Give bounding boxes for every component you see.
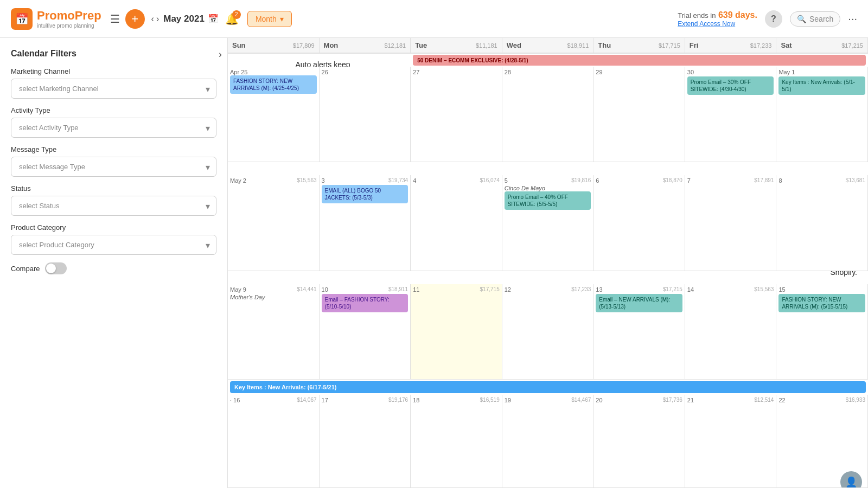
cell-may13: 13 $17,215 Email – NEW ARRIVALS (M): (5/… — [593, 284, 685, 379]
cell-may8: 8 $13,681 — [776, 175, 868, 270]
event-email-fashion[interactable]: Email – FASHION STORY: (5/10-5/10) — [322, 294, 409, 312]
week3-span-row — [228, 271, 868, 284]
week-3: May 9 $14,441 Mother's Day 10 $18,911 Em… — [228, 271, 868, 380]
week1-span-row: 50 DENIM – ECOMM EXCLUSIVE: (4/28-5/1) — [228, 54, 868, 67]
compare-toggle[interactable] — [45, 262, 67, 274]
message-type-select[interactable]: select Message Type — [11, 157, 216, 177]
holiday-cinco: Cinco De Mayo — [505, 185, 591, 191]
cell-apr28: 28 — [502, 67, 594, 162]
status-wrapper: select Status — [11, 196, 216, 216]
cell-may21: 21 $12,514 — [685, 395, 777, 487]
cell-may3: 3 $19,734 EMAIL (ALL) BOGO 50 JACKETS: (… — [320, 175, 411, 270]
activity-type-select[interactable]: select Activity Type — [11, 118, 216, 138]
avatar: 👤 — [840, 471, 862, 487]
cell-apr26: 26 — [320, 67, 411, 162]
cell-may2: May 2 $15,563 — [228, 175, 320, 270]
filter-marketing-channel: Marketing Channel select Marketing Chann… — [11, 67, 216, 99]
toggle-knob — [46, 264, 56, 273]
logo-text: PromoPrep intuitive promo planning — [37, 9, 101, 29]
marketing-channel-wrapper: select Marketing Channel — [11, 79, 216, 99]
cell-may16: · 16 $14,067 — [228, 395, 320, 487]
span-event-key-items[interactable]: Key Items : New Arrivals: (6/17-5/21) — [230, 381, 866, 393]
trial-days: 639 days. — [718, 10, 757, 20]
filter-product-category: Product Category select Product Category — [11, 223, 216, 255]
cell-may5: 5 $19,816 Cinco De Mayo Promo Email – 40… — [502, 175, 594, 270]
message-type-wrapper: select Message Type — [11, 157, 216, 177]
month-title: May 2021 — [163, 14, 205, 24]
filter-status: Status select Status — [11, 184, 216, 216]
cell-may22: 22 $16,933 👤 — [776, 395, 868, 487]
event-email-new-arrivals-13[interactable]: Email – NEW ARRIVALS (M): (5/13-5/13) — [596, 294, 682, 312]
event-promo-40[interactable]: Promo Email – 40% OFF SITEWIDE: (5/5-5/5… — [505, 191, 591, 210]
search-box[interactable]: 🔍 Search — [790, 11, 840, 27]
week1-cells: Apr 25 FASHION STORY: NEW ARRIVALS (M): … — [228, 67, 868, 162]
marketing-channel-select[interactable]: select Marketing Channel — [11, 79, 216, 99]
week4-cells: · 16 $14,067 17 $19,176 18 $16,519 — [228, 395, 868, 487]
cell-may6: 6 $18,870 — [593, 175, 685, 270]
calendar-area: Sun $17,809 Mon $12,181 Tue $11,181 Wed … — [228, 38, 868, 488]
bell-badge: 2 — [232, 10, 241, 19]
cell-may12: 12 $17,233 — [502, 284, 594, 379]
cell-may15: 15 FASHION STORY: NEW ARRIVALS (M): (5/1… — [776, 284, 868, 379]
prev-button[interactable]: ‹ — [151, 14, 154, 24]
more-button[interactable]: ··· — [848, 12, 857, 25]
add-button[interactable]: + — [125, 9, 145, 29]
event-email-bogo[interactable]: EMAIL (ALL) BOGO 50 JACKETS: (5/3-5/3) — [322, 185, 409, 203]
day-header-sun: Sun $17,809 — [228, 38, 320, 53]
span-event-denim[interactable]: 50 DENIM – ECOMM EXCLUSIVE: (4/28-5/1) — [413, 55, 866, 66]
cell-may7: 7 $17,891 — [685, 175, 777, 270]
calendar-icon-button[interactable]: 📅 — [208, 14, 219, 24]
event-promo-email-30[interactable]: Promo Email – 30% OFF SITEWIDE: (4/30-4/… — [687, 76, 774, 95]
filter-activity-type: Activity Type select Activity Type — [11, 106, 216, 138]
week-header-row: Sun $17,809 Mon $12,181 Tue $11,181 Wed … — [228, 38, 868, 54]
week2-span-row — [228, 162, 868, 175]
day-header-thu: Thu $17,715 — [593, 38, 685, 53]
week2-cells: May 2 $15,563 3 $19,734 EMAIL (ALL) BOGO… — [228, 175, 868, 270]
search-label: Search — [809, 15, 833, 23]
day-header-fri: Fri $17,233 — [685, 38, 777, 53]
week4-span-row: Key Items : New Arrivals: (6/17-5/21) — [228, 380, 868, 395]
sidebar-toggle[interactable]: › — [219, 49, 222, 60]
next-button[interactable]: › — [156, 14, 159, 24]
holiday-mothers-day: Mother's Day — [230, 294, 317, 300]
status-label: Status — [11, 184, 216, 192]
trial-info: Trial ends in 639 days. Extend Access No… — [678, 10, 757, 28]
nav-arrows: ‹ › — [151, 14, 159, 24]
activity-type-wrapper: select Activity Type — [11, 118, 216, 138]
cell-may17: 17 $19,176 — [320, 395, 411, 487]
month-view-button[interactable]: Month ▾ — [247, 11, 292, 27]
event-fashion-story-15[interactable]: FASHION STORY: NEW ARRIVALS (M): (5/15-5… — [778, 294, 865, 312]
extend-link[interactable]: Extend Access Now — [678, 20, 757, 28]
week-4: Key Items : New Arrivals: (6/17-5/21) · … — [228, 380, 868, 488]
week-1: 50 DENIM – ECOMM EXCLUSIVE: (4/28-5/1) A… — [228, 54, 868, 162]
event-key-items-may1[interactable]: Key Items : New Arrivals: (5/1-5/1) — [778, 76, 865, 95]
compare-row: Compare — [11, 262, 216, 274]
activity-type-label: Activity Type — [11, 106, 216, 114]
status-select[interactable]: select Status — [11, 196, 216, 216]
cell-may1: May 1 Key Items : New Arrivals: (5/1-5/1… — [776, 67, 868, 162]
logo-brand: PromoPrep — [37, 9, 101, 23]
event-fashion-story[interactable]: FASHION STORY: NEW ARRIVALS (M): (4/25-4… — [230, 75, 317, 94]
logo-sub: intuitive promo planning — [37, 23, 101, 29]
cell-apr25: Apr 25 FASHION STORY: NEW ARRIVALS (M): … — [228, 67, 320, 162]
trial-text: Trial ends in — [678, 11, 716, 20]
cell-may11: 11 $17,715 — [411, 284, 502, 379]
bell-button[interactable]: 🔔 2 — [225, 12, 239, 25]
product-category-wrapper: select Product Category — [11, 235, 216, 255]
product-category-select[interactable]: select Product Category — [11, 235, 216, 255]
sidebar: › Calendar Filters Marketing Channel sel… — [0, 38, 228, 488]
hamburger-button[interactable]: ☰ — [110, 12, 120, 25]
marketing-channel-label: Marketing Channel — [11, 67, 216, 75]
logo-area: 📅 PromoPrep intuitive promo planning — [11, 8, 101, 30]
cell-apr27: 27 — [411, 67, 502, 162]
cell-apr30: 30 Promo Email – 30% OFF SITEWIDE: (4/30… — [685, 67, 777, 162]
cell-may10: 10 $18,911 Email – FASHION STORY: (5/10-… — [320, 284, 411, 379]
week3-cells: May 9 $14,441 Mother's Day 10 $18,911 Em… — [228, 284, 868, 379]
cell-may19: 19 $14,467 — [502, 395, 594, 487]
cell-apr29: 29 — [593, 67, 685, 162]
cell-may14: 14 $15,563 — [685, 284, 777, 379]
compare-label: Compare — [11, 265, 40, 273]
help-button[interactable]: ? — [765, 10, 782, 28]
filter-message-type: Message Type select Message Type — [11, 145, 216, 177]
message-type-label: Message Type — [11, 145, 216, 153]
